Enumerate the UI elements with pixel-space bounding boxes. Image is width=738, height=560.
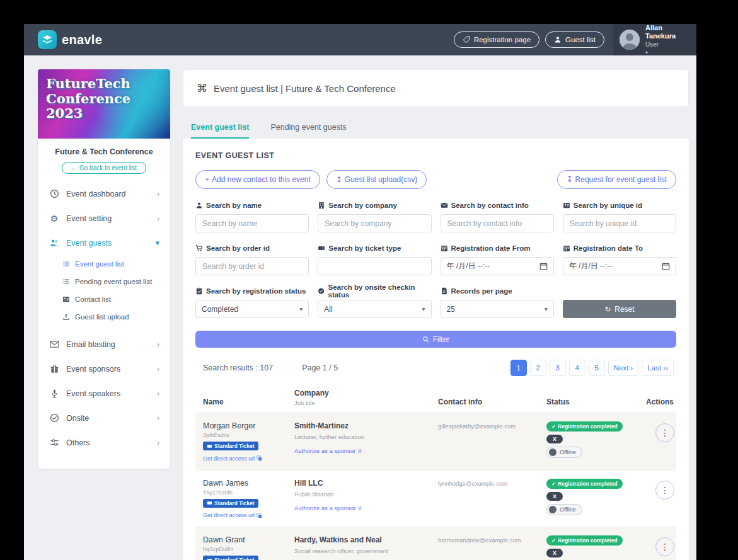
search-company-input[interactable] — [318, 214, 431, 232]
crown-icon: ♕ — [357, 505, 363, 511]
filter-registration-status: Search by registration status Completed … — [195, 286, 309, 318]
direct-access-url-link[interactable]: Get direct access url — [203, 455, 262, 462]
job-title: Lecturer, further education — [294, 433, 438, 440]
sidebar-item-event-sponsors[interactable]: Event sponsors › — [38, 357, 170, 381]
filter-order-id: Search by order id — [195, 243, 309, 275]
envelope-icon — [49, 340, 59, 349]
page-button-4[interactable]: 4 — [569, 360, 585, 376]
pagination: 1 2 3 4 5 Next › Last ›› — [510, 360, 674, 376]
reset-button[interactable]: ↻ Reset — [563, 300, 676, 318]
filter-company: Search by company — [318, 200, 431, 232]
search-order-id-input[interactable] — [195, 257, 309, 275]
page-button-1[interactable]: 1 — [510, 360, 527, 376]
registration-date-to-input[interactable]: 年 /月/日 --:-- — [563, 257, 676, 275]
sidebar-item-event-dashboard[interactable]: Event dashboard › — [38, 181, 170, 206]
name-cell: Dawn Grant hqScpDullH Standard Ticket Ge… — [203, 535, 294, 560]
last-page-button[interactable]: Last ›› — [642, 360, 674, 376]
crown-icon: ♕ — [357, 447, 363, 454]
event-guests-submenu: Event guest list Pending event guest lis… — [38, 255, 170, 326]
search-ticket-type-input[interactable] — [318, 257, 431, 275]
search-unique-id-input[interactable] — [563, 214, 676, 232]
go-back-button[interactable]: ← Go back to event list — [62, 162, 146, 174]
page-title: Event guest list | Future & Tech Confere… — [214, 83, 396, 94]
sidebar-item-event-guests[interactable]: Event guests ▾ — [38, 231, 170, 255]
event-banner-image: FutureTech Conference 2023 — [38, 69, 170, 139]
filter-records-per-page: Records per page 25 ▾ — [441, 286, 554, 318]
envelope-icon — [441, 202, 448, 209]
company-name: Hardy, Watkins and Neal — [294, 535, 438, 544]
filter-name: Search by name — [195, 200, 309, 232]
sidebar-item-event-speakers[interactable]: Event speakers › — [38, 381, 170, 406]
list-icon — [62, 278, 70, 285]
sidebar-subitem-guest-list-upload[interactable]: Guest list upload — [38, 308, 170, 326]
x-share-badge[interactable]: X — [546, 549, 563, 557]
request-guest-list-button[interactable]: ↧ Request for event guest list — [557, 170, 676, 189]
registration-completed-badge: ✓Registration completed — [546, 421, 623, 431]
add-contact-button[interactable]: + Add new contact to this event — [195, 170, 320, 189]
contact-info-cell: lynnhodge@example.com — [438, 479, 546, 519]
content-area: FutureTech Conference 2023 Future & Tech… — [24, 55, 696, 560]
next-page-button[interactable]: Next › — [608, 360, 639, 376]
sidebar-item-onsite[interactable]: Onsite › — [38, 406, 170, 430]
building-icon — [318, 202, 325, 209]
name-cell: Dawn James T5y17s30fn Standard Ticket Ge… — [203, 479, 294, 519]
navbar-right: Registration page Guest list Allan Tanek… — [454, 24, 696, 55]
copy-link-icon — [257, 513, 262, 518]
guest-list-upload-csv-button[interactable]: ↥ Guest list upload(csv) — [326, 170, 427, 189]
tab-event-guest-list[interactable]: Event guest list — [191, 123, 249, 139]
sidebar-subitem-pending-event-guest-list[interactable]: Pending event guest list — [38, 273, 170, 290]
search-contact-input[interactable] — [441, 214, 554, 232]
ticket-icon — [207, 557, 212, 560]
page-button-3[interactable]: 3 — [550, 360, 566, 376]
guest-list-button[interactable]: Guest list — [545, 31, 604, 48]
page-header: ⌘ Event guest list | Future & Tech Confe… — [183, 69, 689, 107]
x-share-badge[interactable]: X — [546, 492, 563, 501]
id-card-icon — [563, 202, 570, 209]
ticket-badge: Standard Ticket — [203, 499, 258, 508]
upload-icon — [62, 313, 70, 321]
upload-icon: ↥ — [336, 175, 342, 184]
checkin-status-select[interactable]: All ▾ — [318, 300, 431, 318]
x-share-badge[interactable]: X — [546, 435, 563, 443]
sidebar-subitem-event-guest-list[interactable]: Event guest list — [38, 255, 170, 273]
sidebar-item-event-setting[interactable]: ⚙ Event setting › — [38, 206, 170, 231]
registration-page-button[interactable]: Registration page — [454, 31, 539, 48]
offline-toggle[interactable]: Offline — [546, 447, 582, 458]
banner-line: 2023 — [46, 106, 162, 121]
sidebar-subitem-contact-list[interactable]: Contact list — [38, 290, 170, 308]
authorize-sponsor-link[interactable]: Authorize as a sponsor ♕ — [294, 447, 362, 454]
user-meta: Allan Tanekura User ▾ — [645, 24, 690, 56]
tab-pending-event-guests[interactable]: Pending event guests — [270, 123, 346, 139]
row-actions-button[interactable]: ⋮ — [655, 481, 674, 500]
header-actions: Actions — [646, 397, 684, 406]
sidebar-item-others[interactable]: Others › — [38, 430, 170, 455]
sidebar-item-email-blasting[interactable]: Email blasting › — [38, 332, 170, 357]
records-per-page-select[interactable]: 25 ▾ — [441, 300, 554, 318]
page-button-2[interactable]: 2 — [530, 360, 546, 376]
page-button-5[interactable]: 5 — [589, 360, 605, 376]
copy-link-icon — [257, 455, 262, 461]
contact-info-cell: harrisonandrew@example.com — [438, 535, 546, 560]
header-name: Name — [203, 397, 294, 406]
row-actions-button[interactable]: ⋮ — [655, 423, 674, 442]
offline-dot-icon — [549, 449, 556, 456]
registration-status-select[interactable]: Completed ▾ — [195, 300, 309, 318]
authorize-sponsor-link[interactable]: Authorize as a sponsor ♕ — [294, 505, 362, 511]
registration-date-from-input[interactable]: 年 /月/日 --:-- — [441, 257, 554, 275]
user-menu[interactable]: Allan Tanekura User ▾ — [613, 24, 696, 55]
row-actions-button[interactable]: ⋮ — [655, 537, 674, 556]
filter-unique-id: Search by unique id — [563, 200, 676, 232]
sidebar-menu: Event dashboard › ⚙ Event setting › Even… — [38, 181, 170, 455]
offline-dot-icon — [549, 506, 556, 513]
header-status: Status — [546, 397, 646, 406]
main-area: ⌘ Event guest list | Future & Tech Confe… — [183, 69, 689, 560]
offline-toggle[interactable]: Offline — [546, 504, 582, 515]
person-icon — [195, 202, 203, 209]
reset-icon: ↻ — [604, 305, 611, 314]
search-name-input[interactable] — [195, 214, 309, 232]
logo-text: enavle — [62, 33, 102, 47]
brand[interactable]: enavle — [38, 30, 102, 49]
filter-button[interactable]: Filter — [195, 331, 676, 348]
guest-unique-id: T5y17s30fn — [203, 489, 294, 496]
direct-access-url-link[interactable]: Get direct access url — [203, 512, 262, 518]
